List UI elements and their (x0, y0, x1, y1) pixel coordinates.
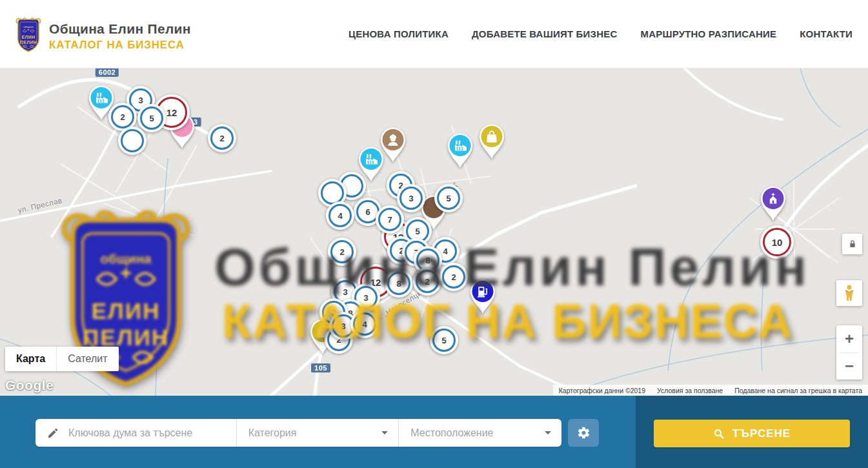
gear-icon (577, 426, 590, 440)
cluster-count: 3 (399, 187, 423, 210)
cluster-count: 2 (111, 105, 134, 128)
cluster-count: 2 (210, 127, 234, 150)
keyword-search-input[interactable] (67, 427, 236, 440)
location-select[interactable]: Местоположение (398, 419, 561, 447)
cluster-count: 7 (378, 208, 401, 231)
cluster-marker[interactable] (118, 127, 146, 155)
google-logo[interactable]: Google (5, 378, 54, 393)
map-type-button-map[interactable]: Карта (5, 347, 56, 371)
lock-icon (847, 239, 858, 249)
road-shield-label: 6002 (96, 68, 119, 77)
chevron-down-icon (381, 431, 388, 438)
keyword-field (35, 419, 236, 447)
nav-item[interactable]: ДОБАВЕТЕ ВАШИЯТ БИЗНЕС (472, 28, 617, 39)
pegman-icon (842, 285, 856, 301)
advanced-search-button[interactable] (568, 419, 599, 447)
cluster-marker[interactable]: 4 (326, 201, 354, 230)
location-select-value: Местоположение (410, 427, 545, 439)
chevron-down-icon (545, 431, 551, 438)
category-select[interactable]: Категория (236, 419, 399, 447)
site-header: Община Елин Пелин КАТАЛОГ НА БИЗНЕСА ЦЕН… (0, 0, 868, 68)
category-select-value: Категория (248, 427, 382, 439)
cluster-count: 5 (140, 107, 163, 130)
search-icon (713, 428, 725, 440)
attribution-link[interactable]: Подаване на сигнал за грешка в картата (729, 387, 868, 394)
zoom-out-button[interactable]: − (836, 353, 862, 380)
crest-icon (14, 16, 43, 53)
street-view-pegman-button[interactable] (836, 280, 862, 306)
nav-item[interactable]: МАРШРУТНО РАЗПИСАНИЕ (640, 28, 776, 39)
cluster-count: 4 (328, 204, 352, 227)
municipality-crest-logo[interactable] (14, 16, 43, 53)
cluster-marker[interactable]: 2 (208, 124, 236, 152)
watermark-title: Община Елин Пелин (214, 237, 810, 298)
road-shield-label: 105 (311, 363, 330, 372)
pencil-icon (47, 427, 59, 439)
zoom-control: + − (836, 325, 862, 380)
site-title: Община Елин Пелин (49, 21, 191, 37)
search-button-label: ТЪРСЕНЕ (732, 427, 791, 440)
lock-button[interactable] (842, 234, 862, 254)
business-pin-bag[interactable] (477, 123, 507, 162)
attribution-link[interactable]: Условия за ползване (651, 387, 729, 394)
zoom-in-button[interactable]: + (836, 325, 862, 352)
cluster-count (121, 129, 144, 152)
map-canvas[interactable]: 60023105ул. Преславбул. „Новоселцици“ (0, 68, 868, 396)
business-pin-factory[interactable] (445, 132, 475, 171)
site-subtitle: КАТАЛОГ НА БИЗНЕСА (49, 39, 191, 52)
attribution-copyright: Картографски данни ©2019 (553, 387, 651, 394)
cluster-marker[interactable]: 5 (434, 184, 463, 212)
nav-item[interactable]: ЦЕНОВА ПОЛИТИКА (348, 28, 449, 39)
main-nav: ЦЕНОВА ПОЛИТИКАДОБАВЕТЕ ВАШИЯТ БИЗНЕСМАР… (348, 0, 853, 68)
cluster-marker[interactable]: 5 (137, 104, 166, 132)
map-type-control: Карта Сателит (5, 347, 119, 371)
search-fields-bar: Категория Местоположение (35, 419, 561, 447)
nav-item[interactable]: КОНТАКТИ (800, 28, 853, 39)
search-button[interactable]: ТЪРСЕНЕ (654, 420, 850, 447)
cluster-count: 5 (437, 187, 460, 210)
cluster-marker[interactable]: 7 (376, 205, 404, 234)
watermark-subtitle: КАТАЛОГ НА БИЗНЕСА (222, 294, 794, 349)
site-title-block: Община Елин Пелин КАТАЛОГ НА БИЗНЕСА (49, 21, 191, 52)
search-section: Категория Местоположение ТЪРСЕНЕ (0, 396, 868, 468)
business-pin-church[interactable] (758, 185, 788, 224)
map-type-button-satellite[interactable]: Сателит (56, 347, 118, 371)
cluster-marker[interactable]: 3 (397, 184, 425, 212)
business-pin-worker[interactable] (378, 126, 408, 165)
map-attribution: Картографски данни ©2019Условия за ползв… (553, 385, 868, 396)
